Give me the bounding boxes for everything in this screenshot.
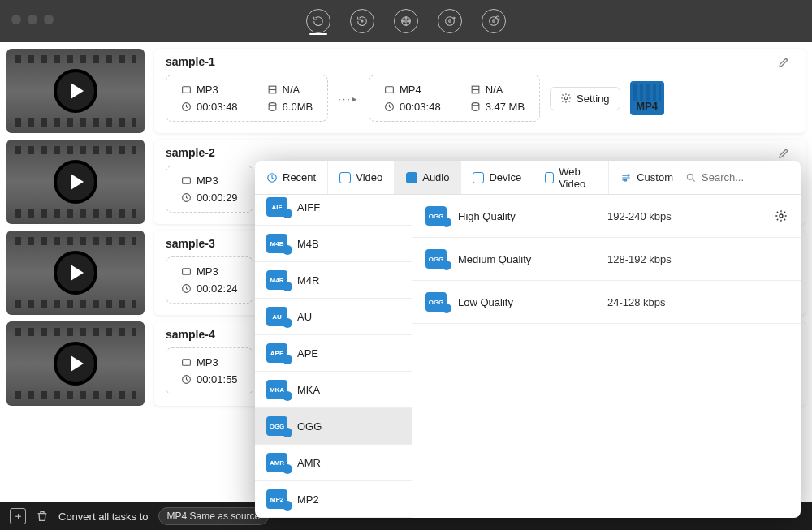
format-label: M4R	[297, 274, 319, 287]
format-item-mp2[interactable]: MP2MP2	[255, 481, 412, 518]
task-title: sample-1	[166, 55, 794, 68]
svg-rect-23	[183, 269, 191, 275]
arrow-icon: ···▸	[338, 93, 359, 105]
svg-point-20	[564, 97, 568, 100]
format-label: MKA	[297, 384, 320, 396]
thumbnail[interactable]	[6, 231, 145, 315]
edit-icon[interactable]	[778, 55, 791, 68]
svg-rect-25	[183, 360, 191, 366]
search-icon	[685, 172, 697, 183]
svg-rect-12	[183, 87, 191, 93]
thumbnail[interactable]	[6, 140, 145, 224]
quality-name: Medium Quality	[458, 253, 596, 265]
tab-device[interactable]: Device	[461, 161, 533, 194]
search-box[interactable]	[685, 171, 791, 183]
format-item-ogg[interactable]: OGGOGG	[255, 408, 412, 445]
format-item-m4r[interactable]: M4RM4R	[255, 262, 412, 299]
edit-icon[interactable]	[778, 146, 791, 159]
refresh-icon[interactable]	[306, 9, 330, 33]
svg-point-8	[449, 20, 451, 23]
tab-audio[interactable]: Audio	[395, 161, 461, 194]
format-badge-icon: AU	[266, 307, 287, 326]
format-item-mka[interactable]: MKAMKA	[255, 372, 412, 408]
format-badge-icon: AMR	[266, 453, 287, 472]
tab-recent[interactable]: Recent	[255, 161, 328, 194]
format-label: AU	[297, 311, 312, 323]
quality-row[interactable]: OGGMedium Quality128-192 kbps	[412, 238, 801, 281]
quality-name: Low Quality	[458, 296, 596, 308]
task-title: sample-2	[166, 146, 794, 159]
format-badge-icon: OGG	[266, 416, 287, 436]
window-controls[interactable]	[11, 15, 54, 24]
film-search-icon[interactable]	[482, 9, 506, 33]
quality-row[interactable]: OGGHigh Quality192-240 kbps	[412, 195, 801, 238]
play-icon	[54, 251, 97, 295]
setting-button[interactable]: Setting	[550, 87, 620, 110]
format-list[interactable]: AIFAIFFM4BM4BM4RM4RAUAUAPEAPEMKAMKAOGGOG…	[255, 195, 412, 518]
add-button[interactable]: ＋	[10, 508, 26, 524]
format-label: OGG	[297, 420, 322, 433]
tab-custom[interactable]: Custom	[609, 161, 685, 194]
film-plus-icon[interactable]	[438, 9, 462, 33]
search-input[interactable]	[702, 171, 791, 183]
format-label: AMR	[297, 457, 321, 469]
format-item-au[interactable]: AUAU	[255, 299, 412, 335]
quality-name: High Quality	[458, 210, 596, 222]
play-icon	[54, 69, 97, 113]
task-row: sample-1 MP3 00:03:48 N/A 6.0MB ···▸ MP4	[6, 49, 806, 133]
ogg-badge-icon: OGG	[425, 249, 447, 269]
format-label: APE	[297, 347, 318, 360]
gear-icon[interactable]	[775, 209, 788, 222]
svg-point-5	[402, 20, 404, 22]
refresh-dot-icon[interactable]	[350, 9, 374, 33]
target-box: MP4 00:03:48 N/A 3.47 MB	[369, 75, 540, 122]
thumbnail[interactable]	[6, 321, 145, 406]
max-dot[interactable]	[44, 15, 54, 24]
format-badge-icon: AIF	[266, 197, 287, 217]
task-body: sample-1 MP3 00:03:48 N/A 6.0MB ···▸ MP4	[154, 49, 806, 133]
film-icon[interactable]	[394, 9, 418, 33]
tab-webvideo[interactable]: Web Video	[533, 161, 609, 194]
format-badge[interactable]: MP4	[630, 81, 664, 115]
preset-dropdown[interactable]: MP4 Same as source	[158, 507, 270, 525]
format-badge-icon: APE	[266, 343, 287, 363]
format-label: MP2	[297, 493, 319, 506]
close-dot[interactable]	[11, 15, 21, 24]
svg-point-19	[472, 103, 479, 106]
ogg-badge-icon: OGG	[425, 206, 447, 226]
svg-point-31	[780, 214, 783, 218]
tab-video[interactable]: Video	[328, 161, 395, 194]
quality-list: OGGHigh Quality192-240 kbpsOGGMedium Qua…	[412, 195, 801, 518]
svg-rect-16	[386, 87, 394, 93]
format-badge-icon: M4R	[266, 270, 287, 290]
format-badge-icon: MKA	[266, 380, 287, 399]
format-item-amr[interactable]: AMRAMR	[255, 445, 412, 481]
play-icon	[54, 342, 97, 386]
titlebar	[0, 0, 812, 42]
play-icon	[54, 160, 97, 204]
ogg-badge-icon: OGG	[425, 292, 447, 312]
thumbnail[interactable]	[6, 49, 145, 133]
top-toolbar	[306, 9, 506, 33]
svg-point-10	[493, 20, 495, 23]
format-item-ape[interactable]: APEAPE	[255, 335, 412, 372]
quality-row[interactable]: OGGLow Quality24-128 kbps	[412, 281, 801, 324]
min-dot[interactable]	[28, 15, 37, 24]
svg-point-7	[446, 17, 455, 26]
format-item-aiff[interactable]: AIFAIFF	[255, 195, 412, 226]
svg-point-30	[687, 174, 693, 179]
popover-tabs: Recent Video Audio Device Web Video Cust…	[255, 161, 801, 195]
quality-bitrate: 24-128 kbps	[607, 296, 788, 308]
svg-point-4	[405, 24, 407, 25]
format-label: M4B	[297, 238, 319, 250]
svg-point-15	[269, 103, 276, 106]
format-badge-icon: MP2	[266, 489, 287, 509]
svg-rect-21	[183, 178, 191, 184]
format-item-m4b[interactable]: M4BM4B	[255, 226, 412, 262]
svg-point-1	[402, 17, 411, 26]
svg-point-0	[361, 20, 363, 22]
quality-bitrate: 192-240 kbps	[607, 210, 763, 222]
format-badge-icon: M4B	[266, 234, 287, 253]
trash-icon[interactable]	[36, 510, 49, 523]
svg-point-3	[405, 17, 407, 19]
